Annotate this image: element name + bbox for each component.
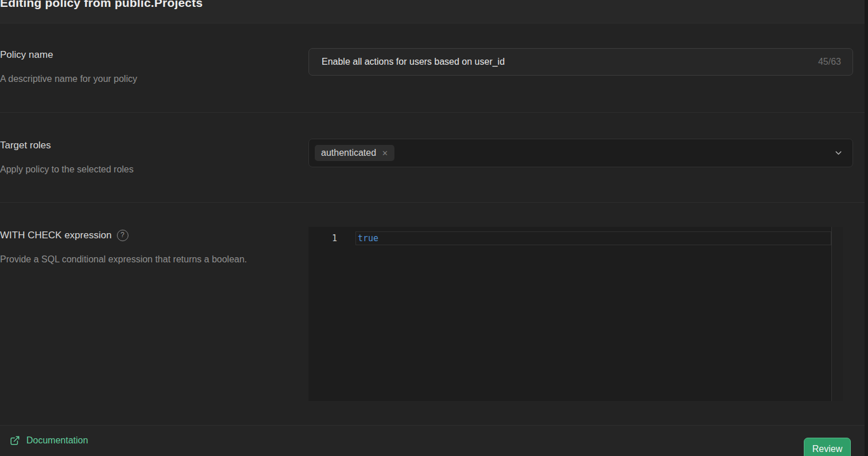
policy-name-label: Policy name — [0, 49, 252, 61]
policy-name-label-col: Policy name A descriptive name for your … — [0, 23, 308, 112]
with-check-label: WITH CHECK expression ? — [0, 229, 252, 242]
help-icon[interactable]: ? — [117, 230, 128, 241]
editor-scrollbar[interactable] — [831, 227, 843, 401]
page-title: Editing policy from public.Projects — [0, 0, 203, 10]
with-check-description: Provide a SQL conditional expression tha… — [0, 252, 252, 267]
target-roles-label-col: Target roles Apply policy to the selecte… — [0, 113, 308, 202]
with-check-section: WITH CHECK expression ? Provide a SQL co… — [0, 203, 868, 426]
external-link-icon — [10, 435, 20, 446]
chevron-down-icon — [834, 148, 843, 158]
code-line: true — [355, 231, 378, 245]
with-check-control-col: 1 true — [308, 203, 853, 426]
target-roles-description: Apply policy to the selected roles — [0, 162, 252, 177]
panel-edge — [865, 0, 868, 456]
role-chip-authenticated[interactable]: authenticated ✕ — [315, 145, 394, 161]
policy-name-control-col: 45/63 — [308, 23, 853, 112]
target-roles-select[interactable]: authenticated ✕ — [308, 139, 853, 167]
role-chip-label: authenticated — [321, 148, 376, 158]
code-row: 1 true — [308, 231, 843, 245]
policy-editor-panel: Editing policy from public.Projects Poli… — [0, 0, 868, 456]
policy-name-input-wrap: 45/63 — [308, 48, 853, 76]
review-button[interactable]: Review — [804, 438, 851, 456]
policy-name-description: A descriptive name for your policy — [0, 72, 252, 87]
sql-editor[interactable]: 1 true — [308, 227, 843, 401]
line-number: 1 — [308, 231, 355, 245]
panel-footer: Documentation Review — [0, 425, 868, 456]
target-roles-control-col: authenticated ✕ — [308, 113, 853, 202]
policy-name-input[interactable] — [308, 48, 853, 76]
policy-name-section: Policy name A descriptive name for your … — [0, 23, 868, 113]
target-roles-label: Target roles — [0, 139, 252, 152]
panel-header: Editing policy from public.Projects — [0, 0, 868, 23]
documentation-link[interactable]: Documentation — [10, 435, 88, 446]
with-check-label-text: WITH CHECK expression — [0, 229, 112, 242]
with-check-label-col: WITH CHECK expression ? Provide a SQL co… — [0, 203, 308, 426]
documentation-link-label: Documentation — [26, 435, 88, 446]
chip-close-icon[interactable]: ✕ — [382, 150, 388, 157]
target-roles-section: Target roles Apply policy to the selecte… — [0, 113, 868, 203]
